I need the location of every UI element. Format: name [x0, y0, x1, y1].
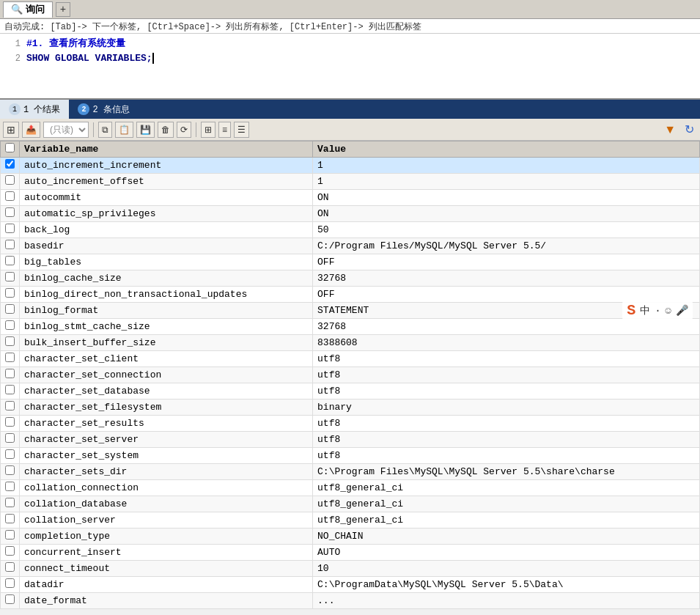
row-checkbox[interactable]: [5, 159, 15, 169]
cell-value: utf8_general_ci: [313, 512, 700, 529]
results-tab-bar: 1 1 个结果 2 2 条信息: [0, 100, 700, 119]
row-checkbox[interactable]: [5, 530, 15, 539]
filter-button[interactable]: ▼: [661, 122, 679, 138]
toolbar-separator-2: [196, 122, 196, 137]
text-cursor: [152, 53, 154, 64]
cell-variable-name: binlog_stmt_cache_size: [20, 319, 313, 335]
table-row: character_set_clientutf8: [1, 351, 700, 367]
toolbar: ⊞ 📤 (只读) ⧉ 📋 💾 🗑 ⟳ ⊞ ≡ ☰ ▼ ↻: [0, 119, 700, 141]
layout2-button[interactable]: ≡: [218, 122, 231, 138]
cell-value: 32768: [313, 270, 700, 287]
sogou-emoji[interactable]: ☺: [666, 305, 671, 317]
cell-value: 1: [313, 174, 700, 190]
row-checkbox[interactable]: [5, 433, 15, 443]
row-checkbox[interactable]: [5, 385, 15, 394]
cell-variable-name: character_set_client: [20, 351, 313, 367]
tab-info-label: 2 条信息: [92, 103, 129, 116]
header-checkbox[interactable]: [1, 141, 20, 158]
table-row: character_set_databaseutf8: [1, 383, 700, 399]
cell-value: 1: [313, 158, 700, 174]
table-row: character_set_connectionutf8: [1, 367, 700, 383]
cell-variable-name: character_set_filesystem: [20, 399, 313, 416]
data-table-container: Variable_name Value auto_increment_incre…: [0, 141, 700, 612]
table-row: completion_typeNO_CHAIN: [1, 529, 700, 545]
cell-variable-name: bulk_insert_buffer_size: [20, 335, 313, 351]
row-checkbox[interactable]: [5, 594, 15, 604]
row-checkbox[interactable]: [5, 546, 15, 556]
cell-value: 32768: [313, 319, 700, 335]
delete-button[interactable]: 🗑: [158, 122, 174, 138]
copy-button[interactable]: ⧉: [98, 122, 112, 138]
row-checkbox[interactable]: [5, 320, 15, 330]
cell-variable-name: binlog_cache_size: [20, 270, 313, 287]
refresh-button[interactable]: ⟳: [177, 122, 191, 138]
cell-value: utf8: [313, 432, 700, 448]
tab-query[interactable]: 🔍 询问: [3, 1, 53, 18]
row-checkbox[interactable]: [5, 288, 15, 298]
cell-variable-name: collation_database: [20, 496, 313, 512]
cell-variable-name: binlog_direct_non_transactional_updates: [20, 287, 313, 303]
row-checkbox[interactable]: [5, 449, 15, 459]
tab-results[interactable]: 1 1 个结果: [0, 100, 69, 119]
sogou-chinese-mode[interactable]: 中: [640, 304, 650, 317]
cell-variable-name: completion_type: [20, 529, 313, 545]
cell-value: utf8: [313, 383, 700, 399]
table-row: character_set_systemutf8: [1, 448, 700, 464]
row-checkbox[interactable]: [5, 578, 15, 588]
tab-add-button[interactable]: +: [56, 2, 70, 17]
readonly-select[interactable]: (只读): [43, 122, 89, 138]
cell-variable-name: auto_increment_increment: [20, 158, 313, 174]
table-row: basedirC:/Program Files/MySQL/MySQL Serv…: [1, 238, 700, 254]
table-row: concurrent_insertAUTO: [1, 545, 700, 561]
cell-variable-name: character_set_system: [20, 448, 313, 464]
layout1-button[interactable]: ⊞: [201, 122, 215, 138]
cell-variable-name: collation_connection: [20, 480, 313, 496]
paste-button[interactable]: 📋: [115, 122, 133, 138]
row-checkbox[interactable]: [5, 207, 15, 217]
table-row: datadirC:\ProgramData\MySQL\MySQL Server…: [1, 577, 700, 593]
cell-variable-name: date_format: [20, 593, 313, 609]
row-checkbox[interactable]: [5, 465, 15, 475]
save-button[interactable]: 💾: [136, 122, 155, 138]
row-checkbox[interactable]: [5, 482, 15, 491]
row-checkbox[interactable]: [5, 336, 15, 346]
cell-variable-name: collation_server: [20, 512, 313, 529]
row-checkbox[interactable]: [5, 514, 15, 523]
layout3-button[interactable]: ☰: [234, 122, 249, 138]
cell-value: 50: [313, 222, 700, 238]
row-checkbox[interactable]: [5, 256, 15, 265]
table-row: character_set_serverutf8: [1, 432, 700, 448]
cell-variable-name: concurrent_insert: [20, 545, 313, 561]
row-checkbox[interactable]: [5, 175, 15, 185]
cell-variable-name: big_tables: [20, 254, 313, 270]
row-checkbox[interactable]: [5, 353, 15, 362]
table-row: collation_serverutf8_general_ci: [1, 512, 700, 529]
export-button[interactable]: 📤: [22, 122, 40, 138]
grid-view-button[interactable]: ⊞: [3, 122, 19, 138]
code-keyword-2: SHOW GLOBAL VARIABLES;: [26, 52, 154, 65]
cell-value: utf8: [313, 367, 700, 383]
reload-button[interactable]: ↻: [682, 122, 697, 138]
sogou-mic[interactable]: 🎤: [676, 304, 688, 317]
row-checkbox[interactable]: [5, 498, 15, 507]
cell-value: binary: [313, 399, 700, 416]
row-checkbox[interactable]: [5, 401, 15, 410]
row-checkbox[interactable]: [5, 240, 15, 249]
tab-info[interactable]: 2 2 条信息: [69, 100, 138, 119]
row-checkbox[interactable]: [5, 224, 15, 233]
row-checkbox[interactable]: [5, 191, 15, 201]
table-row: binlog_stmt_cache_size32768: [1, 319, 700, 335]
row-checkbox[interactable]: [5, 369, 15, 378]
code-editor[interactable]: 1 #1. 查看所有系统变量 2 SHOW GLOBAL VARIABLES;: [0, 34, 700, 100]
row-checkbox[interactable]: [5, 304, 15, 314]
autocomplete-text: 自动完成: [Tab]-> 下一个标签, [Ctrl+Space]-> 列出所有…: [4, 22, 421, 32]
cell-value: AUTO: [313, 545, 700, 561]
table-row: date_format...: [1, 593, 700, 609]
row-checkbox[interactable]: [5, 417, 15, 427]
cell-value: C:\Program Files\MySQL\MySQL Server 5.5\…: [313, 464, 700, 480]
row-checkbox[interactable]: [5, 562, 15, 572]
cell-value: C:\ProgramData\MySQL\MySQL Server 5.5\Da…: [313, 577, 700, 593]
select-all-checkbox[interactable]: [5, 143, 15, 152]
row-checkbox[interactable]: [5, 272, 15, 281]
cell-value: C:/Program Files/MySQL/MySQL Server 5.5/: [313, 238, 700, 254]
